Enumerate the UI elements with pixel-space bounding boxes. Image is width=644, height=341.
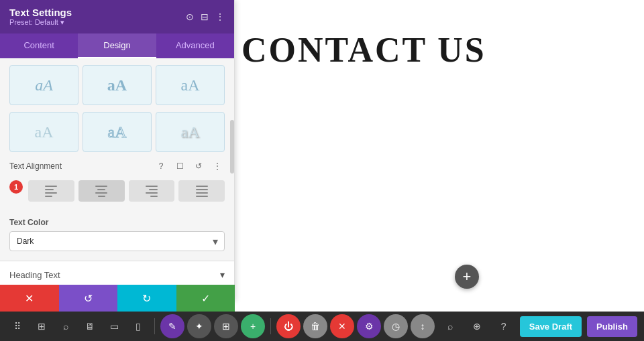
sidebar-title: Text Settings bbox=[9, 7, 72, 18]
toolbar-mobile-icon[interactable]: ▯ bbox=[127, 316, 149, 337]
align-left-btn[interactable] bbox=[28, 180, 74, 202]
sidebar-preset[interactable]: Preset: Default ▾ bbox=[9, 18, 72, 27]
font-preview-1[interactable]: aA bbox=[9, 65, 78, 105]
cancel-button[interactable]: ✕ bbox=[0, 285, 59, 312]
font-preview-4[interactable]: aA bbox=[9, 112, 78, 152]
sidebar-content: aA aA aA aA aA aA Text Alignment ? ☐ ↺ ⋮… bbox=[0, 58, 234, 301]
sidebar-header-icons: ⊙ ⊟ ⋮ bbox=[186, 11, 225, 22]
alignment-options bbox=[28, 180, 225, 202]
toolbar-sep-1 bbox=[154, 318, 155, 334]
toolbar-menu-icon[interactable]: ⠿ bbox=[7, 316, 28, 337]
undo-icon: ↺ bbox=[84, 292, 93, 305]
font-preview-5[interactable]: aA bbox=[83, 112, 152, 152]
confirm-button[interactable]: ✓ bbox=[176, 285, 235, 312]
toolbar-edit-icon[interactable]: ✎ bbox=[160, 314, 184, 338]
alignment-control-icons: ? ☐ ↺ ⋮ bbox=[154, 159, 225, 174]
tab-design[interactable]: Design bbox=[78, 33, 156, 58]
font-preview-6[interactable]: aA bbox=[156, 112, 225, 152]
text-color-label: Text Color bbox=[9, 218, 225, 227]
contact-us-heading: CONTACT US bbox=[241, 30, 486, 70]
sidebar-header: Text Settings Preset: Default ▾ ⊙ ⊟ ⋮ bbox=[0, 0, 234, 33]
more-options-icon[interactable]: ⋮ bbox=[215, 11, 225, 22]
publish-button[interactable]: Publish bbox=[587, 316, 637, 337]
fullscreen-icon[interactable]: ⊙ bbox=[186, 11, 194, 22]
font-preview-2[interactable]: aA bbox=[83, 65, 152, 105]
bottom-toolbar: ⠿ ⊞ ⌕ 🖥 ▭ ▯ ✎ ✦ ⊞ + ⏻ 🗑 ✕ ⚙ ◷ ↕ ⌕ ⊕ ? Sa… bbox=[0, 312, 644, 341]
font-preview-row2: aA aA aA bbox=[9, 112, 225, 152]
heading-text-section: Heading Text ▾ bbox=[0, 261, 234, 288]
action-bar: ✕ ↺ ↻ ✓ bbox=[0, 285, 235, 312]
font-preview-3[interactable]: aA bbox=[156, 65, 225, 105]
font-preview-row1: aA aA aA bbox=[9, 65, 225, 105]
toolbar-desktop-icon[interactable]: 🖥 bbox=[79, 316, 101, 337]
add-section-button[interactable]: + bbox=[455, 265, 479, 289]
tab-advanced[interactable]: Advanced bbox=[156, 33, 234, 58]
sidebar-panel: Text Settings Preset: Default ▾ ⊙ ⊟ ⋮ Co… bbox=[0, 0, 235, 301]
align-justify-btn[interactable] bbox=[178, 180, 225, 202]
columns-icon[interactable]: ⊟ bbox=[201, 11, 209, 22]
heading-text-chevron: ▾ bbox=[220, 269, 225, 280]
alignment-more-icon[interactable]: ⋮ bbox=[210, 159, 225, 174]
device-icon[interactable]: ☐ bbox=[172, 159, 187, 174]
text-color-select[interactable]: Dark Light Custom bbox=[9, 231, 225, 251]
text-alignment-label: Text Alignment bbox=[9, 161, 62, 171]
toolbar-trash-icon[interactable]: 🗑 bbox=[303, 314, 327, 338]
toolbar-stats-icon[interactable]: ↕ bbox=[411, 314, 435, 338]
toolbar-sep-2 bbox=[270, 318, 271, 334]
align-center-btn[interactable] bbox=[78, 180, 125, 202]
confirm-icon: ✓ bbox=[201, 292, 210, 305]
heading-text-toggle[interactable]: Heading Text ▾ bbox=[9, 269, 225, 280]
toolbar-grid-icon[interactable]: ⊞ bbox=[31, 316, 52, 337]
toolbar-search-icon[interactable]: ⌕ bbox=[55, 316, 76, 337]
undo-button[interactable]: ↺ bbox=[59, 285, 118, 312]
text-alignment-row: Text Alignment ? ☐ ↺ ⋮ bbox=[9, 159, 225, 174]
text-color-section: Text Color Dark Light Custom bbox=[9, 218, 225, 251]
toolbar-right-search[interactable]: ⌕ bbox=[439, 316, 461, 337]
toolbar-star-icon[interactable]: ✦ bbox=[187, 314, 211, 338]
toolbar-add-icon[interactable]: + bbox=[241, 314, 265, 338]
toolbar-gear-icon[interactable]: ⚙ bbox=[357, 314, 381, 338]
toolbar-close-icon[interactable]: ✕ bbox=[330, 314, 354, 338]
toolbar-clock-icon[interactable]: ◷ bbox=[384, 314, 408, 338]
redo-icon: ↻ bbox=[142, 292, 151, 305]
toolbar-tablet-icon[interactable]: ▭ bbox=[103, 316, 125, 337]
toolbar-right-layers[interactable]: ⊕ bbox=[466, 316, 488, 337]
step-badge: 1 bbox=[9, 180, 23, 194]
scrollbar-track[interactable] bbox=[230, 54, 234, 275]
save-draft-button[interactable]: Save Draft bbox=[520, 316, 582, 337]
scrollbar-thumb[interactable] bbox=[230, 120, 234, 174]
toolbar-right-help[interactable]: ? bbox=[493, 316, 515, 337]
help-icon[interactable]: ? bbox=[154, 159, 168, 174]
toolbar-right: ⌕ ⊕ ? Save Draft Publish bbox=[439, 316, 637, 337]
redo-button[interactable]: ↻ bbox=[117, 285, 176, 312]
sidebar-tabs: Content Design Advanced bbox=[0, 33, 234, 58]
tab-content[interactable]: Content bbox=[0, 33, 78, 58]
cancel-icon: ✕ bbox=[25, 292, 34, 305]
text-color-select-wrapper: Dark Light Custom bbox=[9, 231, 225, 251]
toolbar-power-icon[interactable]: ⏻ bbox=[276, 314, 301, 338]
heading-text-label: Heading Text bbox=[9, 270, 60, 280]
align-right-btn[interactable] bbox=[129, 180, 175, 202]
toolbar-grid2-icon[interactable]: ⊞ bbox=[214, 314, 238, 338]
reset-icon[interactable]: ↺ bbox=[191, 159, 206, 174]
